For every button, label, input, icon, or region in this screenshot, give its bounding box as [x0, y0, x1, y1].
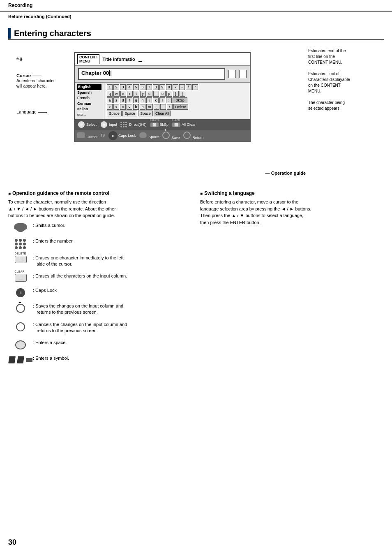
list-item-symbol: : Enters a symbol. — [8, 355, 192, 363]
cursor-label-strip: Cursor — [87, 135, 98, 139]
key-slash[interactable]: / — [167, 104, 173, 110]
space-btn-shape — [15, 340, 26, 349]
lang-french[interactable]: French — [77, 95, 101, 101]
key-v[interactable]: v — [127, 104, 132, 110]
bottom-right: Switching a language Before entering a c… — [200, 190, 384, 369]
symbol-shape-2 — [17, 356, 24, 363]
key-b[interactable]: b — [133, 104, 139, 110]
key-quote[interactable]: ' — [192, 84, 198, 90]
key-w[interactable]: w — [113, 91, 120, 97]
key-4[interactable]: 4 — [127, 84, 132, 90]
key-bracketr[interactable]: ] — [180, 91, 185, 97]
op-select-label: Select — [86, 123, 97, 127]
title-input-field[interactable]: Chapter 00| — [78, 68, 225, 80]
key-space-3[interactable]: Space — [138, 111, 153, 116]
ann-item-1: Estimated end of thefirst line on theCON… — [308, 48, 376, 65]
key-period[interactable]: . — [160, 104, 166, 110]
key-delete[interactable]: Delete — [173, 104, 188, 110]
key-bracketl[interactable]: [ — [173, 91, 179, 97]
hash-symbol: / # — [101, 134, 105, 138]
key-n[interactable]: n — [140, 104, 145, 110]
return-item: Return — [183, 132, 204, 140]
cursor-desc: An entered characterwill appear here. — [16, 78, 70, 89]
keys-panel: 1 2 3 4 5 6 7 8 9 0 - = \ — [104, 83, 250, 119]
clear-btn-icon: CLEAR ⬜ — [172, 122, 181, 127]
key-h[interactable]: h — [140, 97, 145, 103]
key-0[interactable]: 0 — [166, 84, 172, 90]
key-bksp[interactable]: BkSp — [173, 97, 187, 103]
key-9[interactable]: 9 — [159, 84, 165, 90]
lang-english[interactable]: English — [77, 84, 101, 90]
language-label: Language —— — [16, 109, 47, 114]
op-guidance-heading: Operation guidance of the remote control — [8, 190, 192, 196]
op-guidance-text: To enter the character, normally use the… — [8, 199, 192, 219]
key-l[interactable]: l — [159, 97, 165, 103]
key-2[interactable]: 2 — [113, 84, 119, 90]
capslock-desc-text: : Caps Lock — [33, 287, 57, 294]
space-label-strip: Space — [148, 135, 159, 139]
key-q[interactable]: q — [107, 91, 113, 97]
lang-german[interactable]: German — [77, 101, 101, 107]
key-e[interactable]: e — [120, 91, 126, 97]
key-f[interactable]: f — [127, 97, 132, 103]
key-7[interactable]: 7 — [146, 84, 152, 90]
main-diagram: e.g. Cursor —— An entered characterwill … — [16, 44, 376, 184]
key-m[interactable]: m — [146, 104, 153, 110]
lang-spanish[interactable]: Spanish — [77, 90, 101, 96]
key-comma[interactable]: , — [154, 104, 159, 110]
cursor-desc-text: : Shifts a cursor. — [33, 222, 65, 229]
numpad-grid-icon — [15, 239, 26, 249]
return-icon — [183, 132, 191, 139]
key-row-qwerty: q w e r t y u i o p [ ] — [107, 91, 247, 97]
key-backslash[interactable]: \ — [186, 84, 191, 90]
key-minus[interactable]: - — [173, 84, 178, 90]
key-space-1[interactable]: Space — [107, 111, 122, 116]
key-c[interactable]: c — [120, 104, 126, 110]
save-label: Save — [171, 136, 180, 140]
key-a[interactable]: a — [107, 97, 113, 103]
key-g[interactable]: g — [133, 97, 139, 103]
cursor-btn-icon — [77, 132, 85, 138]
op-direct: Direct(0-9) — [120, 122, 147, 127]
key-6[interactable]: 6 — [140, 84, 145, 90]
keyboard-ui: CONTENTMENU Title informatio Chapter 00| — [74, 52, 251, 142]
operation-guide-label-text: — Operation guide — [265, 171, 306, 176]
key-o[interactable]: o — [160, 91, 166, 97]
bottom-sections: Operation guidance of the remote control… — [8, 190, 384, 369]
key-x[interactable]: x — [113, 104, 119, 110]
key-1[interactable]: 1 — [107, 84, 113, 90]
title-info-text: Title informatio — [103, 57, 135, 62]
key-s[interactable]: s — [113, 97, 119, 103]
key-u[interactable]: u — [147, 91, 152, 97]
key-r[interactable]: r — [127, 91, 133, 97]
lang-etc[interactable]: etc... — [77, 112, 101, 118]
key-p[interactable]: p — [166, 91, 172, 97]
capslock-icon: ii — [108, 131, 118, 140]
key-3[interactable]: 3 — [120, 84, 126, 90]
input-btn-icon: ◉ — [100, 120, 108, 129]
clear-desc-text: : Erases all the characters on the input… — [33, 273, 127, 279]
key-8[interactable]: 8 — [153, 84, 159, 90]
lang-keys-area: English Spanish French German Italian et… — [75, 83, 250, 119]
key-y[interactable]: y — [140, 91, 146, 97]
cursor-shape — [14, 223, 27, 232]
key-clear-all[interactable]: Clear All — [154, 111, 171, 116]
key-5[interactable]: 5 — [133, 84, 139, 90]
lang-italian[interactable]: Italian — [77, 106, 101, 112]
page-header: Recording — [0, 0, 392, 12]
space-item: Space — [139, 132, 159, 139]
list-item-save: ✦ : Saves the changes on the input colum… — [8, 303, 192, 316]
key-z[interactable]: z — [107, 104, 113, 110]
key-k[interactable]: k — [153, 97, 159, 103]
key-colon[interactable]: : — [166, 97, 172, 103]
key-t[interactable]: t — [134, 91, 139, 97]
list-item-delete: DELETE ⬜ : Erases one character immediat… — [8, 255, 192, 268]
key-i[interactable]: i — [153, 91, 159, 97]
left-labels: e.g. Cursor —— An entered characterwill … — [16, 44, 70, 184]
title-input-area: Chapter 00| — [75, 66, 250, 83]
language-label-block: Language —— — [16, 109, 70, 114]
key-j[interactable]: j — [146, 97, 152, 103]
key-d[interactable]: d — [120, 97, 126, 103]
key-equals[interactable]: = — [179, 84, 185, 90]
key-space-2[interactable]: Space — [122, 111, 137, 116]
